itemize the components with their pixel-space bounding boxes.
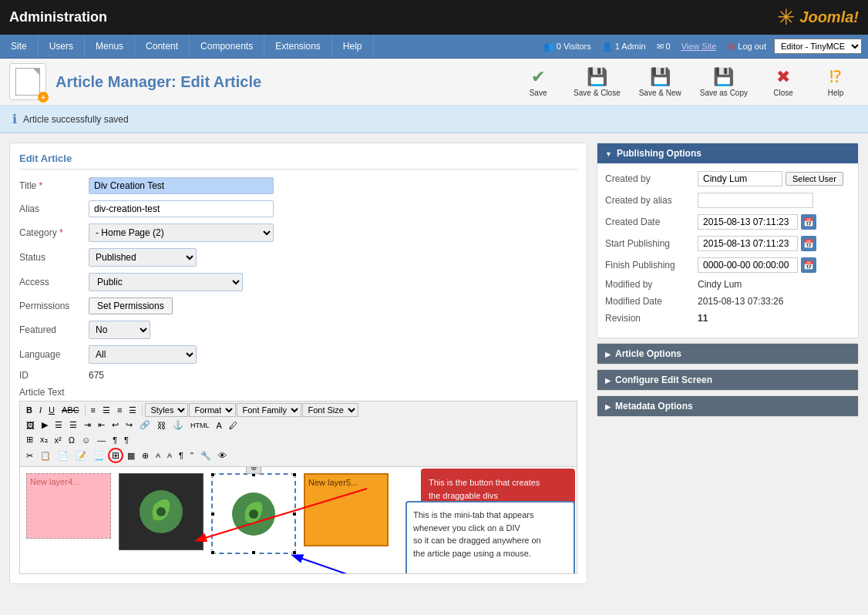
strikethrough-button[interactable]: ABC [59, 404, 82, 416]
close-button[interactable]: ✖ Close [760, 64, 806, 100]
paste-button[interactable]: 📄 [55, 449, 72, 462]
move-layer-button[interactable]: ⊕ [139, 449, 152, 462]
styles-select[interactable]: Styles [145, 403, 188, 417]
mini-tab[interactable]: ⊕ [246, 466, 261, 474]
handle-tl[interactable] [210, 472, 215, 477]
layer-orange[interactable]: New layer5... [304, 473, 389, 546]
align-right-button[interactable]: ≡ [114, 404, 125, 416]
font-size-select[interactable]: Font Size [302, 403, 358, 417]
save-copy-button[interactable]: 💾 Save as Copy [694, 64, 754, 100]
align-center-button[interactable]: ☰ [99, 404, 113, 417]
sub-button[interactable]: x₂ [37, 433, 51, 446]
align-left-button[interactable]: ≡ [88, 404, 99, 416]
created-by-alias-input[interactable] [698, 193, 813, 208]
configure-edit-header[interactable]: Configure Edit Screen [597, 370, 858, 390]
insert-media-button[interactable]: ▶ [39, 418, 51, 432]
handle-ml[interactable] [210, 512, 215, 516]
handle-br[interactable] [292, 550, 297, 555]
blockquote-button[interactable]: " [187, 449, 197, 462]
ltr-button[interactable]: ¶ [109, 434, 120, 446]
font-family-select[interactable]: Font Family [237, 403, 301, 417]
nav-menus[interactable]: Menus [85, 35, 135, 58]
metadata-header[interactable]: Metadata Options [597, 396, 858, 416]
special-char-button[interactable]: Ω [66, 434, 78, 446]
handle-bl[interactable] [210, 550, 215, 555]
article-options-header[interactable]: Article Options [597, 344, 858, 364]
highlight-button[interactable]: 🖊 [226, 419, 241, 432]
nav-components[interactable]: Components [190, 35, 264, 58]
emoticon-button[interactable]: ☺ [79, 434, 93, 446]
created-date-input[interactable] [698, 214, 798, 230]
handle-tr[interactable] [292, 472, 297, 477]
html-button[interactable]: HTML [187, 420, 213, 431]
link-button[interactable]: 🔗 [136, 418, 153, 432]
logout-link[interactable]: ⊖ Log out [724, 40, 769, 52]
handle-mr[interactable] [292, 512, 297, 516]
table-button[interactable]: ⊞ [23, 433, 36, 446]
editor-area[interactable]: New layer4... ⊕ [19, 466, 577, 574]
format-select[interactable]: Format [189, 403, 236, 417]
access-select[interactable]: Public [89, 273, 243, 291]
rtl-button[interactable]: ¶ [121, 434, 132, 446]
handle-bm[interactable] [251, 550, 256, 555]
select-user-button[interactable]: Select User [786, 172, 843, 186]
start-pub-calendar-icon[interactable]: 📅 [801, 236, 816, 251]
indent-button[interactable]: ⇥ [81, 418, 94, 432]
insert-button[interactable]: 🔧 [197, 449, 214, 462]
ul-button[interactable]: ☰ [52, 418, 66, 432]
anchor-button[interactable]: ⚓ [170, 418, 187, 432]
featured-select[interactable]: No [89, 321, 150, 339]
set-permissions-button[interactable]: Set Permissions [89, 297, 173, 314]
start-pub-input[interactable] [698, 236, 798, 251]
source-button[interactable]: A [153, 450, 163, 461]
save-new-button[interactable]: 💾 Save & New [633, 64, 688, 100]
italic-button[interactable]: I [36, 404, 45, 416]
title-input[interactable] [89, 177, 274, 194]
id-row: ID 675 [19, 370, 577, 381]
language-select[interactable]: All [89, 345, 197, 364]
format-text-button[interactable]: A [164, 450, 175, 461]
create-div-button[interactable]: ⊞ [108, 448, 123, 463]
outdent-button[interactable]: ⇤ [95, 418, 108, 432]
redo-button[interactable]: ↪ [123, 418, 136, 432]
alias-input[interactable] [89, 200, 274, 217]
paste-text-button[interactable]: 📝 [72, 449, 89, 462]
nav-content[interactable]: Content [135, 35, 190, 58]
underline-button[interactable]: U [45, 404, 58, 416]
finish-pub-calendar-icon[interactable]: 📅 [801, 257, 816, 273]
sup-button[interactable]: x² [52, 434, 65, 446]
save-close-button[interactable]: 💾 Save & Close [567, 64, 627, 100]
category-select[interactable]: - Home Page (2) [89, 223, 274, 242]
nav-help[interactable]: Help [332, 35, 374, 58]
insert-image-button[interactable]: 🖼 [23, 419, 38, 432]
created-by-input[interactable] [698, 171, 782, 187]
color-button[interactable]: A [214, 419, 225, 432]
unlink-button[interactable]: ⛓ [154, 419, 169, 432]
hr-button[interactable]: — [94, 434, 109, 446]
show-blocks-button[interactable]: ¶ [176, 449, 187, 462]
nav-extensions[interactable]: Extensions [264, 35, 332, 58]
help-button[interactable]: ⁉ Help [812, 64, 859, 100]
publishing-accordion-header[interactable]: Publishing Options [597, 143, 858, 163]
copy-button[interactable]: 📋 [37, 449, 54, 462]
ol-button[interactable]: ☰ [66, 418, 80, 432]
cut-button[interactable]: ✂ [23, 449, 36, 462]
success-banner: ℹ Article successfully saved [0, 106, 868, 133]
nav-users[interactable]: Users [39, 35, 85, 58]
bold-button[interactable]: B [23, 404, 35, 416]
view-site-link[interactable]: View Site [678, 42, 720, 51]
layer-pink[interactable]: New layer4... [26, 473, 111, 539]
justify-button[interactable]: ☰ [126, 404, 140, 417]
finish-pub-input[interactable] [698, 257, 798, 273]
nav-site[interactable]: Site [0, 35, 39, 58]
preview-button[interactable]: 👁 [215, 449, 230, 462]
created-date-calendar-icon[interactable]: 📅 [801, 214, 816, 230]
paste-word-button[interactable]: 📃 [90, 449, 107, 462]
save-button[interactable]: ✔ Save [515, 64, 561, 100]
layer-button[interactable]: ▦ [124, 449, 138, 462]
undo-button[interactable]: ↩ [109, 418, 122, 432]
editor-select[interactable]: Editor - TinyMCE [774, 39, 862, 54]
layer-dark[interactable] [119, 473, 204, 550]
status-select[interactable]: Published [89, 248, 197, 267]
layer-selected[interactable]: ⊕ [211, 473, 296, 554]
